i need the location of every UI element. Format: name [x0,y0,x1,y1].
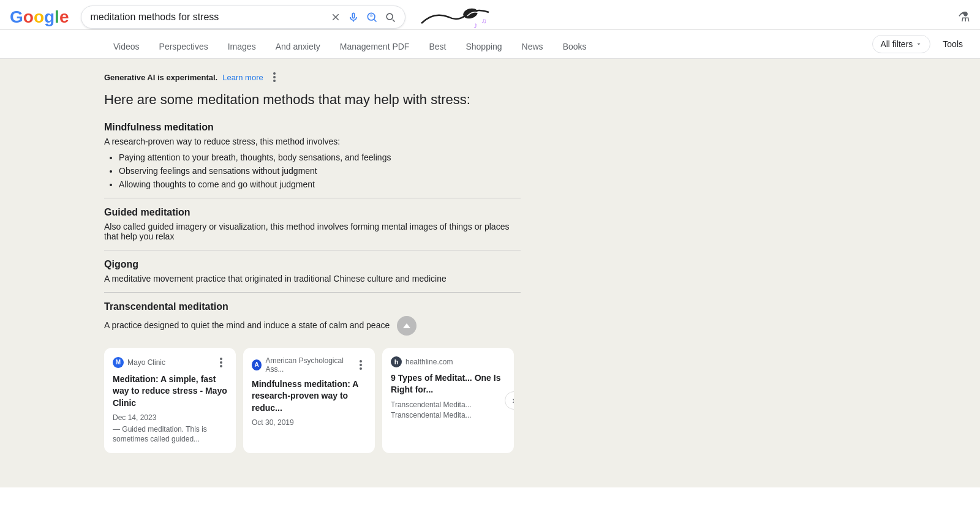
tab-best[interactable]: Best [420,36,455,57]
tools-button[interactable]: Tools [935,36,970,53]
card-header-2: A American Psychological Ass... [252,356,366,374]
svg-text:♫: ♫ [481,17,486,24]
healthline-favicon: h [391,356,402,367]
mindfulness-desc: A research-proven way to reduce stress, … [104,137,521,146]
search-input[interactable] [90,12,330,23]
apa-favicon: A [252,359,262,370]
chevron-up-icon [403,323,410,328]
search-icon [384,11,396,23]
search-bar [81,6,405,29]
apa-card-title[interactable]: Mindfulness meditation: A research-prove… [252,378,366,415]
section-transcendental: Transcendental meditation A practice des… [104,301,521,336]
tab-images[interactable]: Images [219,36,265,57]
mindfulness-title: Mindfulness meditation [104,122,521,133]
section-guided: Guided meditation Also called guided ima… [104,207,521,241]
qigong-title: Qigong [104,259,521,270]
search-icons [330,11,396,23]
divider-3 [104,292,521,293]
lens-icon [366,11,378,23]
source-card-apa: A American Psychological Ass... Mindfuln… [243,348,375,453]
card-menu-button-1[interactable] [215,356,227,369]
qigong-desc: A meditative movement practice that orig… [104,274,521,284]
card-header-3: h healthline.com [391,356,505,367]
chevron-down-icon [915,40,922,48]
card-source-1: M Mayo Clinic [113,357,165,368]
source-card-healthline: h healthline.com 9 Types of Meditat... O… [382,348,514,453]
search-bar-container [81,6,405,29]
healthline-card-snippet: Transcendental Medita... Transcendental … [391,400,505,421]
ai-heading: Here are some meditation methods that ma… [104,91,521,110]
ai-learn-more-link[interactable]: Learn more [222,73,263,82]
source-cards: M Mayo Clinic Meditation: A simple, fast… [104,348,521,453]
google-logo[interactable]: Google [10,7,69,27]
bullet-1: Paying attention to your breath, thought… [119,152,521,162]
tab-management-pdf[interactable]: Management PDF [331,36,419,57]
doodle-svg: ♪ ♫ [415,5,495,32]
tab-and-anxiety[interactable]: And anxiety [266,36,330,57]
card-source-2: A American Psychological Ass... [252,356,355,374]
section-qigong: Qigong A meditative movement practice th… [104,259,521,284]
all-filters-label: All filters [880,39,913,49]
transcendental-desc: A practice designed to quiet the mind an… [104,320,390,330]
header-doodle: ♪ ♫ [415,5,489,29]
svg-point-1 [370,14,373,17]
mayo-card-snippet: — Guided meditation. This is sometimes c… [113,424,227,445]
all-filters-button[interactable]: All filters [872,35,930,53]
card-source-3: h healthline.com [391,356,453,367]
lens-search-button[interactable] [366,11,378,23]
ai-notice: Generative AI is experimental. Learn mor… [104,71,521,83]
transcendental-title: Transcendental meditation [104,301,521,312]
card-next-arrow[interactable]: › [505,391,514,410]
tab-shopping[interactable]: Shopping [456,36,511,57]
collapse-button[interactable] [397,316,417,336]
search-submit-button[interactable] [384,11,396,23]
mayo-card-date: Dec 14, 2023 [113,413,227,422]
microphone-icon [347,11,360,23]
mayo-source-name: Mayo Clinic [127,358,165,367]
tab-videos[interactable]: Videos [104,36,149,57]
healthline-source-name: healthline.com [405,358,453,366]
card-menu-button-2[interactable] [355,359,366,371]
labs-icon: ⚗ [958,9,970,25]
nav-tabs: Videos Perspectives Images And anxiety M… [0,30,980,59]
voice-search-button[interactable] [347,11,360,23]
tab-news[interactable]: News [513,36,552,57]
source-card-mayo: M Mayo Clinic Meditation: A simple, fast… [104,348,236,453]
bullet-3: Allowing thoughts to come and go without… [119,179,521,189]
card-header-1: M Mayo Clinic [113,356,227,369]
apa-source-name: American Psychological Ass... [265,356,355,374]
tab-books[interactable]: Books [554,36,596,57]
guided-desc: Also called guided imagery or visualizat… [104,222,521,241]
header: Google [0,0,980,30]
ai-notice-bold: Generative AI is experimental. [104,73,217,82]
tab-perspectives[interactable]: Perspectives [150,36,217,57]
healthline-card-title[interactable]: 9 Types of Meditat... One Is Right for..… [391,372,505,396]
main-content: Generative AI is experimental. Learn mor… [0,59,980,487]
guided-title: Guided meditation [104,207,521,218]
clear-icon [330,12,341,23]
section-mindfulness: Mindfulness meditation A research-proven… [104,122,521,189]
mayo-card-title[interactable]: Meditation: A simple, fast way to reduce… [113,374,227,410]
clear-search-button[interactable] [330,12,341,23]
mayo-favicon: M [113,357,124,368]
mindfulness-bullets: Paying attention to your breath, thought… [104,152,521,189]
nav-right-controls: All filters Tools [872,35,970,58]
divider-1 [104,198,521,198]
ai-answer-box: Generative AI is experimental. Learn mor… [104,71,521,453]
header-right: ⚗ [958,9,970,25]
svg-text:♪: ♪ [473,20,478,30]
bullet-2: Observing feelings and sensations withou… [119,166,521,176]
divider-2 [104,250,521,250]
apa-card-date: Oct 30, 2019 [252,418,366,427]
ai-menu-button[interactable] [268,71,281,83]
